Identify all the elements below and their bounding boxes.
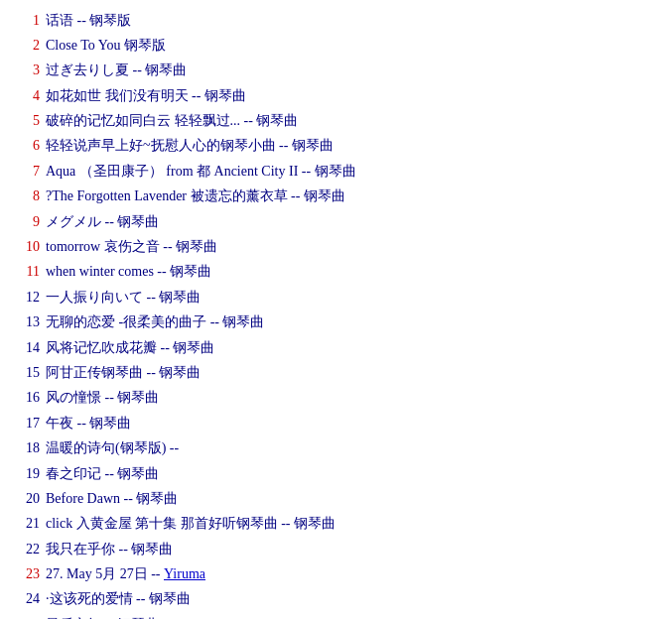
list-item[interactable]: 2Close To You 钢琴版 (12, 33, 660, 58)
track-number: 8 (12, 186, 40, 207)
track-number: 25 (12, 614, 40, 619)
list-item[interactable]: 25最后之舞 -- 钢琴曲 (12, 612, 660, 619)
track-title: 我只在乎你 -- 钢琴曲 (46, 539, 173, 560)
list-item[interactable]: 13无聊的恋爱 -很柔美的曲子 -- 钢琴曲 (12, 310, 660, 335)
track-number: 3 (12, 60, 40, 81)
list-item[interactable]: 2327. May 5月 27日 -- Yiruma (12, 562, 660, 587)
track-number: 9 (12, 211, 40, 233)
track-title: 午夜 -- 钢琴曲 (46, 413, 131, 434)
list-item[interactable]: 7Aqua （圣田康子） from 都 Ancient City II -- 钢… (12, 159, 660, 184)
track-number: 22 (12, 539, 40, 560)
track-number: 11 (12, 261, 40, 283)
list-item[interactable]: 9メグメル -- 钢琴曲 (12, 209, 660, 234)
track-title: ?The Forgotten Lavender 被遗忘的薰衣草 -- 钢琴曲 (46, 186, 345, 207)
list-item[interactable]: 18温暖的诗句(钢琴版) -- (12, 436, 660, 461)
list-item[interactable]: 19春之印记 -- 钢琴曲 (12, 461, 660, 486)
list-item[interactable]: 10tomorrow 哀伤之音 -- 钢琴曲 (12, 235, 660, 260)
track-number: 24 (12, 588, 40, 610)
list-item[interactable]: 16风の憧憬 -- 钢琴曲 (12, 386, 660, 411)
track-number: 13 (12, 311, 40, 333)
track-title: 温暖的诗句(钢琴版) -- (46, 437, 179, 459)
track-title: 最后之舞 -- 钢琴曲 (46, 614, 159, 619)
track-title: 话语 -- 钢琴版 (46, 10, 131, 32)
track-number: 7 (12, 161, 40, 183)
list-item[interactable]: 24·这该死的爱情 -- 钢琴曲 (12, 587, 660, 612)
track-title: Before Dawn -- 钢琴曲 (46, 488, 178, 510)
track-title: 春之印记 -- 钢琴曲 (46, 463, 159, 485)
track-title: 风将记忆吹成花瓣 -- 钢琴曲 (46, 337, 214, 359)
list-item[interactable]: 5破碎的记忆如同白云 轻轻飘过... -- 钢琴曲 (12, 109, 660, 134)
list-item[interactable]: 15阿甘正传钢琴曲 -- 钢琴曲 (12, 360, 660, 385)
list-item[interactable]: 6轻轻说声早上好~抚慰人心的钢琴小曲 -- 钢琴曲 (12, 134, 660, 159)
list-item[interactable]: 14风将记忆吹成花瓣 -- 钢琴曲 (12, 335, 660, 360)
track-number: 16 (12, 387, 40, 409)
track-number: 15 (12, 362, 40, 384)
list-item[interactable]: 8?The Forgotten Lavender 被遗忘的薰衣草 -- 钢琴曲 (12, 185, 660, 209)
track-number: 5 (12, 110, 40, 132)
track-title: 27. May 5月 27日 -- Yiruma (46, 563, 205, 585)
track-title: Aqua （圣田康子） from 都 Ancient City II -- 钢琴… (46, 161, 356, 183)
track-title: 轻轻说声早上好~抚慰人心的钢琴小曲 -- 钢琴曲 (46, 135, 334, 157)
track-number: 4 (12, 85, 40, 107)
track-title: メグメル -- 钢琴曲 (46, 211, 159, 233)
list-item[interactable]: 3过ぎ去りし夏 -- 钢琴曲 (12, 59, 660, 83)
track-title: 无聊的恋爱 -很柔美的曲子 -- 钢琴曲 (46, 311, 265, 333)
track-number: 14 (12, 337, 40, 359)
track-title: 破碎的记忆如同白云 轻轻飘过... -- 钢琴曲 (46, 110, 298, 132)
track-title: tomorrow 哀伤之音 -- 钢琴曲 (46, 236, 217, 258)
track-title: 一人振り向いて -- 钢琴曲 (46, 287, 201, 309)
track-title: 风の憧憬 -- 钢琴曲 (46, 387, 159, 409)
track-title: 如花如世 我们没有明天 -- 钢琴曲 (46, 85, 246, 107)
track-title: click 入黄金屋 第十集 那首好听钢琴曲 -- 钢琴曲 (46, 513, 336, 535)
track-list: 1话语 -- 钢琴版2Close To You 钢琴版3过ぎ去りし夏 -- 钢琴… (12, 8, 660, 619)
track-number: 10 (12, 236, 40, 258)
track-number: 21 (12, 513, 40, 535)
track-number: 1 (12, 10, 40, 32)
track-number: 6 (12, 135, 40, 157)
list-item[interactable]: 22我只在乎你 -- 钢琴曲 (12, 537, 660, 561)
list-item[interactable]: 20Before Dawn -- 钢琴曲 (12, 486, 660, 511)
track-number: 12 (12, 287, 40, 309)
list-item[interactable]: 12一人振り向いて -- 钢琴曲 (12, 285, 660, 310)
track-number: 18 (12, 437, 40, 459)
yiruma-link[interactable]: Yiruma (164, 566, 205, 581)
track-title: ·这该死的爱情 -- 钢琴曲 (46, 588, 191, 610)
track-number: 23 (12, 563, 40, 585)
track-title: when winter comes -- 钢琴曲 (46, 261, 211, 283)
track-number: 19 (12, 463, 40, 485)
track-number: 2 (12, 35, 40, 57)
track-title: Close To You 钢琴版 (46, 35, 166, 57)
list-item[interactable]: 21click 入黄金屋 第十集 那首好听钢琴曲 -- 钢琴曲 (12, 512, 660, 537)
track-title: 过ぎ去りし夏 -- 钢琴曲 (46, 60, 187, 81)
list-item[interactable]: 11when winter comes -- 钢琴曲 (12, 260, 660, 285)
track-number: 17 (12, 413, 40, 434)
list-item[interactable]: 1话语 -- 钢琴版 (12, 8, 660, 33)
track-number: 20 (12, 488, 40, 510)
list-item[interactable]: 17午夜 -- 钢琴曲 (12, 411, 660, 435)
list-item[interactable]: 4如花如世 我们没有明天 -- 钢琴曲 (12, 83, 660, 108)
track-title: 阿甘正传钢琴曲 -- 钢琴曲 (46, 362, 201, 384)
